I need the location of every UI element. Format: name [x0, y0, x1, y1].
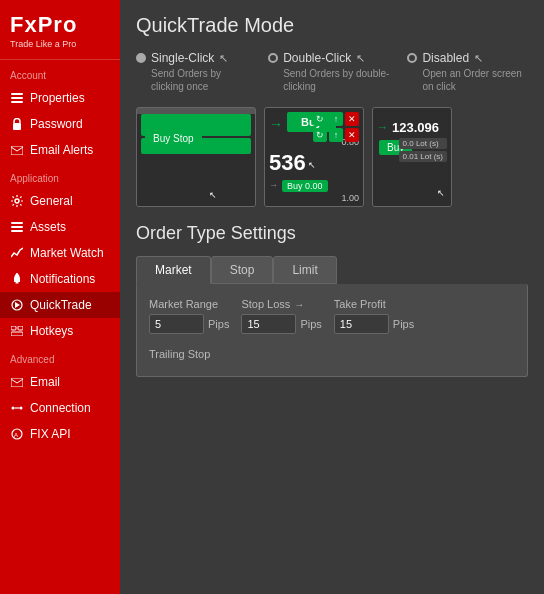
preview-123-price: 123.096	[392, 120, 439, 135]
ots-fields: Market Range Pips Stop Loss → Pips	[149, 298, 515, 334]
preview-mid-inner: → Buy 0.80 536 ↖ → Buy 0.00 1.00 ↻ ↑	[265, 108, 363, 206]
sidebar-item-email-alerts[interactable]: Email Alerts	[0, 137, 120, 163]
sidebar-item-label-password: Password	[30, 117, 83, 131]
qt-desc-double-click: Send Orders by double-clicking	[268, 67, 391, 93]
input-row-stop-loss: Pips	[241, 314, 321, 334]
preview-left-inner: Buy Stop ↖	[137, 114, 255, 207]
input-market-range[interactable]	[149, 314, 204, 334]
preview-buy-stop-btn: Buy Stop	[145, 130, 202, 147]
unit-market-range: Pips	[208, 318, 229, 330]
field-market-range: Market Range Pips	[149, 298, 229, 334]
radio-disabled[interactable]	[407, 53, 417, 63]
svg-text:A: A	[14, 432, 18, 438]
ots-tabs-row: Market Stop Limit	[136, 256, 528, 284]
section-label-application: Application	[0, 163, 120, 188]
sidebar-item-label-market-watch: Market Watch	[30, 246, 104, 260]
sidebar-item-email[interactable]: Email	[0, 369, 120, 395]
sidebar-item-label-fix-api: FIX API	[30, 427, 71, 441]
sidebar-item-general[interactable]: General	[0, 188, 120, 214]
icon-btn-up2: ↑	[329, 128, 343, 142]
sidebar-item-assets[interactable]: Assets	[0, 214, 120, 240]
qt-option-header-disabled: Disabled ↖	[407, 51, 483, 65]
main-content: QuickTrade Mode Single-Click ↖ Send Orde…	[120, 0, 544, 594]
connection-icon	[10, 401, 24, 415]
input-row-market-range: Pips	[149, 314, 229, 334]
trailing-stop-row: Trailing Stop	[149, 344, 515, 362]
order-type-title: Order Type Settings	[136, 223, 528, 244]
cursor-icon-single: ↖	[219, 52, 228, 65]
sidebar-item-label-assets: Assets	[30, 220, 66, 234]
preview-right-inner: → 123.096 Buy 0.0 Lot (s) 0.01 Lot (s) ↖	[373, 108, 451, 206]
sidebar-item-hotkeys[interactable]: Hotkeys	[0, 318, 120, 344]
unit-take-profit: Pips	[393, 318, 414, 330]
tab-stop[interactable]: Stop	[211, 256, 274, 284]
sidebar-item-label-email: Email	[30, 375, 60, 389]
svg-rect-2	[11, 101, 23, 103]
svg-point-5	[15, 199, 19, 203]
sidebar-item-label-quicktrade: QuickTrade	[30, 298, 92, 312]
sidebar-item-properties[interactable]: Properties	[0, 85, 120, 111]
radio-single-click[interactable]	[136, 53, 146, 63]
icon-row-1: ↻ ↑ ✕	[313, 112, 359, 126]
qt-option-double-click[interactable]: Double-Click ↖ Send Orders by double-cli…	[268, 51, 391, 93]
preview-right-icons: ↻ ↑ ✕ ↻ ↑ ✕	[313, 112, 359, 142]
sidebar-item-quicktrade[interactable]: QuickTrade	[0, 292, 120, 318]
section-label-account: Account	[0, 60, 120, 85]
svg-rect-12	[11, 326, 16, 330]
trailing-stop-label: Trailing Stop	[149, 348, 210, 360]
cursor-icon-disabled: ↖	[474, 52, 483, 65]
field-take-profit: Take Profit Pips	[334, 298, 414, 334]
qt-option-single-click[interactable]: Single-Click ↖ Send Orders by clicking o…	[136, 51, 252, 93]
svg-rect-3	[13, 123, 21, 130]
preview-buy-zero: Buy 0.00	[282, 180, 328, 192]
qt-label-disabled: Disabled	[422, 51, 469, 65]
label-row-stop-loss: Stop Loss →	[241, 298, 321, 310]
qt-previews: Buy Stop ↖ → Buy 0.80 536 ↖ → Buy 0.00	[136, 107, 528, 207]
svg-rect-7	[11, 226, 23, 228]
label-stop-loss: Stop Loss	[241, 298, 290, 310]
icon-btn-x2: ✕	[345, 128, 359, 142]
list-icon	[10, 91, 24, 105]
svg-point-16	[12, 407, 15, 410]
email2-icon	[10, 375, 24, 389]
tab-limit[interactable]: Limit	[273, 256, 336, 284]
sidebar-item-label-hotkeys: Hotkeys	[30, 324, 73, 338]
input-take-profit[interactable]	[334, 314, 389, 334]
cursor-icon-right: ↖	[437, 188, 445, 198]
sidebar-item-market-watch[interactable]: Market Watch	[0, 240, 120, 266]
sidebar-item-notifications[interactable]: Notifications	[0, 266, 120, 292]
tab-market[interactable]: Market	[136, 256, 211, 284]
preview-lot-btns: 0.0 Lot (s) 0.01 Lot (s)	[399, 138, 447, 162]
qt-option-header-double: Double-Click ↖	[268, 51, 365, 65]
label-take-profit: Take Profit	[334, 298, 414, 310]
preview-arrow-buy: →	[269, 180, 278, 190]
input-stop-loss[interactable]	[241, 314, 296, 334]
qt-label-double-click: Double-Click	[283, 51, 351, 65]
sidebar-item-label-general: General	[30, 194, 73, 208]
preview-123-row: → 123.096	[377, 116, 447, 137]
logo: FxPro Trade Like a Pro	[0, 0, 120, 60]
qt-desc-single-click: Send Orders by clicking once	[136, 67, 252, 93]
qt-desc-disabled: Open an Order screen on click	[407, 67, 528, 93]
icon-btn-x1: ✕	[345, 112, 359, 126]
qt-mode-options: Single-Click ↖ Send Orders by clicking o…	[136, 51, 528, 93]
qt-option-disabled[interactable]: Disabled ↖ Open an Order screen on click	[407, 51, 528, 93]
lot-btn-2: 0.01 Lot (s)	[399, 151, 447, 162]
sidebar: FxPro Trade Like a Pro Account Propertie…	[0, 0, 120, 594]
sidebar-item-fix-api[interactable]: A FIX API	[0, 421, 120, 447]
logo-subtitle: Trade Like a Pro	[10, 39, 110, 49]
qt-preview-single: Buy Stop ↖	[136, 107, 256, 207]
qt-preview-disabled: → 123.096 Buy 0.0 Lot (s) 0.01 Lot (s) ↖	[372, 107, 452, 207]
radio-double-click[interactable]	[268, 53, 278, 63]
sidebar-item-password[interactable]: Password	[0, 111, 120, 137]
gear-icon	[10, 194, 24, 208]
cursor-icon-double: ↖	[356, 52, 365, 65]
assets-icon	[10, 220, 24, 234]
sidebar-item-connection[interactable]: Connection	[0, 395, 120, 421]
preview-price-row-bottom: 1.00	[269, 193, 359, 203]
logo-title: FxPro	[10, 12, 110, 38]
order-type-tabs: Market Stop Limit Market Range Pips Stop…	[136, 256, 528, 377]
icon-btn-loop: ↻	[313, 112, 327, 126]
hotkeys-icon	[10, 324, 24, 338]
icon-btn-up: ↑	[329, 112, 343, 126]
